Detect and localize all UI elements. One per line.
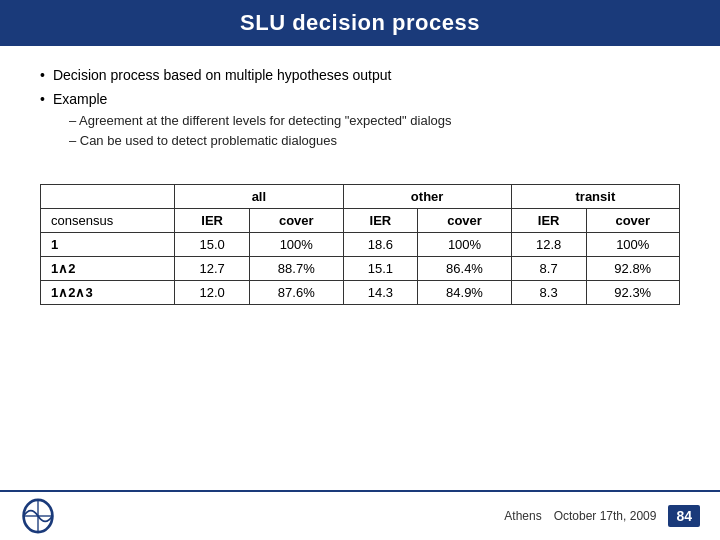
row-2-transit-cover: 92.8% (586, 257, 679, 281)
row-2-other-ier: 15.1 (343, 257, 418, 281)
table-row: 1∧2 12.7 88.7% 15.1 86.4% 8.7 92.8% (41, 257, 680, 281)
row-2-other-cover: 86.4% (418, 257, 511, 281)
row-3-transit-ier: 8.3 (511, 281, 586, 305)
slide-content: • Decision process based on multiple hyp… (0, 46, 720, 490)
row-1-other-cover: 100% (418, 233, 511, 257)
slide-footer: Athens October 17th, 2009 84 (0, 490, 720, 540)
data-table: all other transit consensus IER cover IE… (40, 184, 680, 305)
bullet-1: • Decision process based on multiple hyp… (40, 66, 680, 86)
bullet-list: • Decision process based on multiple hyp… (40, 66, 680, 154)
title-text: SLU decision process (240, 10, 480, 35)
table-row: 1 15.0 100% 18.6 100% 12.8 100% (41, 233, 680, 257)
col-empty (41, 185, 175, 209)
row-3-other-ier: 14.3 (343, 281, 418, 305)
table-header-row-1: all other transit (41, 185, 680, 209)
row-2-label: 1∧2 (41, 257, 175, 281)
col-other-ier: IER (343, 209, 418, 233)
col-all-cover: cover (250, 209, 343, 233)
row-1-all-cover: 100% (250, 233, 343, 257)
row-2-transit-ier: 8.7 (511, 257, 586, 281)
row-3-transit-cover: 92.3% (586, 281, 679, 305)
row-3-all-cover: 87.6% (250, 281, 343, 305)
bullet-1-text: Decision process based on multiple hypot… (53, 67, 392, 83)
bullet-2: • Example Agreement at the different lev… (40, 90, 680, 151)
col-transit-ier: IER (511, 209, 586, 233)
footer-location: Athens (504, 509, 541, 523)
footer-date: October 17th, 2009 (554, 509, 657, 523)
sub-bullet-1: Agreement at the different levels for de… (69, 111, 452, 131)
row-2-all-cover: 88.7% (250, 257, 343, 281)
row-3-all-ier: 12.0 (175, 281, 250, 305)
sub-bullet-2: Can be used to detect problematic dialog… (69, 131, 452, 151)
bullet-dot-1: • (40, 66, 45, 86)
bullet-2-text: Example (53, 91, 107, 107)
data-table-wrapper: all other transit consensus IER cover IE… (40, 184, 680, 480)
row-1-transit-ier: 12.8 (511, 233, 586, 257)
bullet-dot-2: • (40, 90, 45, 110)
slide: SLU decision process • Decision process … (0, 0, 720, 540)
slide-title: SLU decision process (0, 0, 720, 46)
table-row: 1∧2∧3 12.0 87.6% 14.3 84.9% 8.3 92.3% (41, 281, 680, 305)
col-transit: transit (511, 185, 679, 209)
col-transit-cover: cover (586, 209, 679, 233)
row-1-transit-cover: 100% (586, 233, 679, 257)
row-2-all-ier: 12.7 (175, 257, 250, 281)
col-other-cover: cover (418, 209, 511, 233)
sub-bullet-list: Agreement at the different levels for de… (69, 111, 452, 150)
footer-page-number: 84 (668, 505, 700, 527)
footer-right: Athens October 17th, 2009 84 (504, 505, 700, 527)
row-1-label: 1 (41, 233, 175, 257)
table-header-row-2: consensus IER cover IER cover IER cover (41, 209, 680, 233)
row-1-other-ier: 18.6 (343, 233, 418, 257)
col-all-ier: IER (175, 209, 250, 233)
col-other: other (343, 185, 511, 209)
col-consensus: consensus (41, 209, 175, 233)
row-3-other-cover: 84.9% (418, 281, 511, 305)
row-1-all-ier: 15.0 (175, 233, 250, 257)
footer-logo-icon (20, 498, 56, 534)
row-3-label: 1∧2∧3 (41, 281, 175, 305)
col-all: all (175, 185, 343, 209)
